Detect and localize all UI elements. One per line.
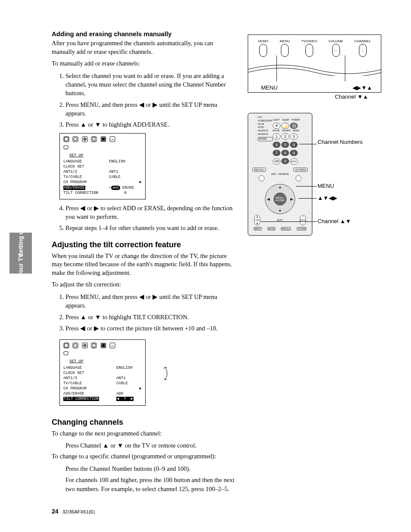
menu-button <box>281 44 289 57</box>
num-5: 5 <box>281 142 289 148</box>
recall2-button: RECALL <box>281 227 291 230</box>
sec1-step5: Repeat steps 1–4 for other channels you … <box>65 224 237 232</box>
sec2-step1: Press MENU, and then press ◀ or ▶ until … <box>65 292 237 310</box>
tilt-arrow-icon <box>159 365 171 382</box>
remote-diagram: •TV •CABLE/SAT •VCR •DVD •AUDIO1 •AUDIO2… <box>248 113 312 236</box>
wave-cutout-icon <box>248 63 381 76</box>
num-7: 7 <box>273 150 280 156</box>
remote-numpad: LIGHTSLEEPPOWER ☀🌙⏻ MOVIESPORTSNEWS 123 … <box>272 118 309 165</box>
tv-panel-diagram: DEMO MENU TV/VIDEO VOLUME::: CHANNEL::: … <box>248 34 381 93</box>
up-arrow-icon: ▲ <box>103 442 109 449</box>
num-2: 2 <box>281 134 289 140</box>
sec1-steps: Select the channel you want to add or er… <box>52 72 237 129</box>
tv-arrows-label: ◀▶▼▲ <box>352 84 372 91</box>
right-arrow-icon: ▶ <box>94 205 99 212</box>
menu-enter-button: MENU / ENTER <box>274 193 286 205</box>
mute-button: MUTE <box>268 227 275 230</box>
recall-button: RECALL <box>252 168 266 172</box>
side-tab-l1: Setting up <box>17 227 24 256</box>
osd1-tab-icons <box>63 136 142 144</box>
svg-rect-11 <box>64 146 68 149</box>
sec2-step2: Press ▲ or ▼ to highlight TILT CORRECTIO… <box>65 313 237 321</box>
sec3-i1: Press Channel ▲ or ▼ on the TV or remote… <box>52 441 237 450</box>
tv-menu-label: MENU <box>261 84 277 91</box>
page-footer: 24 32/36AFX61(E) <box>52 508 95 515</box>
side-tab: Setting up your TV <box>9 233 32 274</box>
num-4: 4 <box>273 142 280 148</box>
osd1-title: SET UP <box>69 153 142 158</box>
guide-button <box>258 175 265 181</box>
svg-rect-1 <box>65 137 68 141</box>
left-arrow-icon: ◀ <box>139 293 144 300</box>
chrtn-button: CH RTN <box>297 227 307 230</box>
annot-channel-updown: Channel ▲▼ <box>318 218 351 224</box>
svg-point-15 <box>74 344 77 347</box>
right-arrow-icon: ▶ <box>94 325 99 332</box>
sec1-heading: Adding and erasing channels manually <box>52 30 237 37</box>
osd2-tab-icons <box>63 342 142 350</box>
sec2-step3: Press ◀ or ▶ to correct the picture tilt… <box>65 324 237 333</box>
favorite-button <box>296 175 302 181</box>
annot-arrows: ▲▼◀▶ <box>318 195 337 201</box>
sec3-i2: Press the Channel Number buttons (0–9 an… <box>52 464 237 473</box>
annot-menu: MENU <box>318 183 334 189</box>
sleep-button: 🌙 <box>281 123 289 129</box>
svg-point-3 <box>74 137 77 141</box>
osd-screenshot-1: SET UP LANGUAGEENGLISH CLOCK SET ANT1/2A… <box>59 133 146 199</box>
svg-rect-19 <box>93 344 95 347</box>
ch-rocker: ▲CH▼ <box>254 215 260 225</box>
annot-channel-numbers: Channel Numbers <box>318 139 363 146</box>
num-3: 3 <box>290 134 298 140</box>
page-number: 24 <box>52 508 59 515</box>
osd2-title: SET UP <box>69 359 142 364</box>
sec1-step2: Press MENU, and then press ◀ or ▶ until … <box>65 100 237 118</box>
doc-id: 32/36AFX61(E) <box>62 509 95 514</box>
sec2-lead: To adjust the tilt correction: <box>52 280 237 289</box>
osd-screenshot-2: SET UP LANGUAGEENGLISH CLOCK SET ANT1/2A… <box>59 339 146 405</box>
down-arrow-icon: ▼ <box>95 314 101 320</box>
sec3-heading: Changing channels <box>52 418 237 427</box>
num-8: 8 <box>281 150 289 156</box>
left-arrow-icon: ◀ <box>80 325 85 332</box>
sec1-step3: Press ▲ or ▼ to highlight ADD/ERASE. <box>65 120 237 129</box>
remote-mode-labels: •TV •CABLE/SAT •VCR •DVD •AUDIO1 •AUDIO2… <box>258 116 273 141</box>
osd2-table: LANGUAGEENGLISH CLOCK SET ANT1/2ANT1 TV/… <box>63 365 142 402</box>
main-column: Adding and erasing channels manually Aft… <box>52 30 237 493</box>
svg-rect-7 <box>93 137 95 141</box>
num-100: 100 <box>273 159 280 165</box>
sec2-heading: Adjusting the tilt correction feature <box>52 240 237 249</box>
sec3-p1: To change to the next programmed channel… <box>52 429 237 438</box>
osd2-highlight-row: TILT CORRECTION ◀ 7 ▶ <box>63 396 142 401</box>
svg-rect-13 <box>65 344 68 347</box>
light-button: ☀ <box>273 123 280 129</box>
right-column: DEMO MENU TV/VIDEO VOLUME::: CHANNEL::: … <box>248 34 381 236</box>
power-button: ⏻ <box>290 123 298 129</box>
num-9: 9 <box>290 150 298 156</box>
osd1-highlight-row: ADD/ERASE ✓ADD ERASE <box>63 185 142 190</box>
left-arrow-icon: ◀ <box>80 205 85 212</box>
num-0: 0 <box>281 158 289 164</box>
sec3-p2: To change to a specific channel (program… <box>52 452 237 461</box>
svg-rect-23 <box>64 352 68 355</box>
demo-button <box>259 44 267 57</box>
up-arrow-icon: ▲ <box>80 121 86 128</box>
nav-ring: ▲ ▼ ◀ ▶ MENU / ENTER <box>265 184 295 214</box>
osd1-table: LANGUAGEENGLISH CLOCK SET ANT1/2ANT1 TV/… <box>63 159 142 196</box>
ent-button: ENT <box>290 159 298 165</box>
sec2-intro: When you install the TV or change the di… <box>52 252 237 277</box>
sec3-i3: For channels 100 and higher, press the 1… <box>52 476 237 493</box>
access-button: ACCESS <box>293 168 308 172</box>
num-1: 1 <box>273 134 280 140</box>
tv-video-button <box>305 44 313 57</box>
input-button: INPUT <box>254 227 262 230</box>
down-arrow-icon: ▼ <box>117 442 123 449</box>
sec1-step1: Select the channel you want to add or er… <box>65 72 237 98</box>
tv-channel-label: Channel ▼▲ <box>248 93 381 100</box>
sec1-steps-cont: Press ◀ or ▶ to select ADD or ERASE, dep… <box>52 204 237 233</box>
sec1-intro: After you have programmed the channels a… <box>52 39 237 56</box>
vol-rocker: +VOL− <box>300 215 306 225</box>
num-6: 6 <box>290 142 298 148</box>
sec2-steps: Press MENU, and then press ◀ or ▶ until … <box>52 292 237 333</box>
channel-button: ::: <box>359 44 367 57</box>
sec1-step4: Press ◀ or ▶ to select ADD or ERASE, dep… <box>65 204 237 221</box>
